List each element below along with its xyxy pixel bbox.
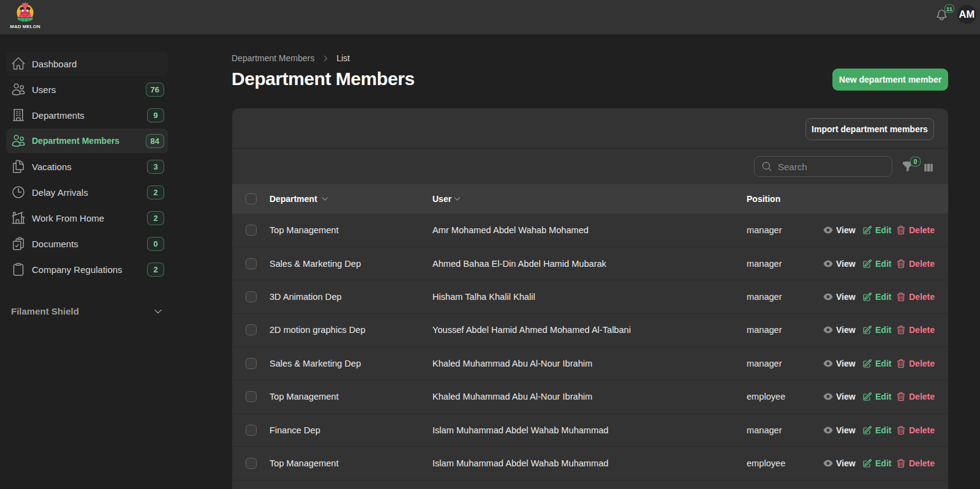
- svg-text:STUDIOS: STUDIOS: [18, 29, 32, 31]
